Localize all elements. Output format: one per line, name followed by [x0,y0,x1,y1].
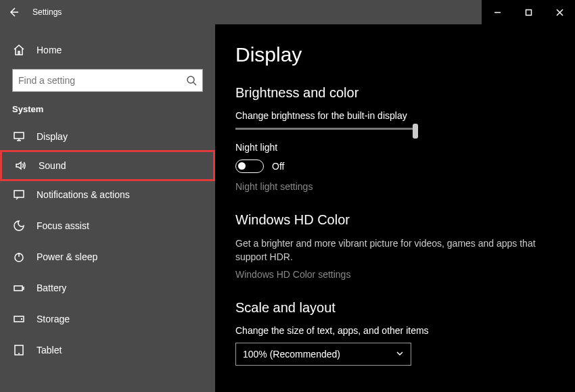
hdr-section-title: Windows HD Color [235,212,555,228]
arrow-left-icon [8,7,19,18]
content-area: Display Brightness and color Change brig… [215,24,575,392]
scale-label: Change the size of text, apps, and other… [235,325,555,336]
search-icon [186,75,197,86]
sidebar-item-battery[interactable]: Battery [0,272,215,303]
sidebar-item-label: Display [37,131,68,142]
section-header: System [0,100,215,121]
sidebar-item-focus-assist[interactable]: Focus assist [0,210,215,241]
scale-dropdown-value: 100% (Recommended) [243,349,340,360]
sound-icon [14,159,28,172]
close-button[interactable] [544,0,575,24]
svg-rect-2 [14,132,24,139]
svg-point-7 [21,318,22,320]
sidebar-item-power-sleep[interactable]: Power & sleep [0,241,215,272]
minimize-button[interactable] [482,0,513,24]
sidebar-item-display[interactable]: Display [0,121,215,152]
sidebar-item-label: Power & sleep [37,251,97,262]
tablet-icon [12,343,26,357]
search-box[interactable] [12,69,203,92]
maximize-icon [525,9,532,16]
sidebar-item-label: Battery [37,283,66,293]
sidebar-item-storage[interactable]: Storage [0,303,215,335]
hdr-description: Get a brighter and more vibrant picture … [235,237,555,264]
window-title: Settings [32,7,62,17]
slider-thumb[interactable] [413,124,418,139]
sidebar-item-label: Sound [39,160,66,171]
notif-icon [12,188,26,201]
svg-rect-0 [526,9,531,15]
sidebar-item-label: Notifications & actions [37,189,130,200]
toggle-knob [238,162,246,170]
home-icon [12,43,26,57]
home-nav[interactable]: Home [0,36,215,64]
sidebar-item-notifications-actions[interactable]: Notifications & actions [0,179,215,210]
page-title: Display [235,43,555,66]
window-controls [482,0,575,24]
sidebar: Home System DisplaySoundNotifications & … [0,24,215,392]
night-light-toggle[interactable] [235,160,264,173]
home-label: Home [37,45,62,55]
battery-icon [12,281,26,295]
maximize-button[interactable] [513,0,544,24]
night-light-state: Off [272,161,284,172]
sidebar-item-label: Storage [37,314,70,324]
display-icon [12,130,26,143]
sidebar-item-tablet[interactable]: Tablet [0,335,215,366]
hdr-settings-link[interactable]: Windows HD Color settings [235,269,555,280]
storage-icon [12,312,26,326]
sidebar-item-label: Tablet [37,345,62,356]
svg-rect-3 [14,191,24,197]
focus-icon [12,219,26,232]
scale-dropdown[interactable]: 100% (Recommended) [235,343,411,366]
power-icon [12,250,26,264]
sidebar-item-sound[interactable]: Sound [0,150,215,181]
chevron-down-icon [396,349,404,360]
search-input[interactable] [18,75,186,86]
svg-rect-5 [14,286,22,291]
minimize-icon [494,9,501,16]
close-icon [556,9,564,16]
titlebar: Settings [0,0,575,24]
night-light-settings-link[interactable]: Night light settings [235,181,555,192]
brightness-slider[interactable] [235,128,418,130]
svg-point-1 [187,76,194,83]
night-light-label: Night light [235,142,555,153]
scale-section-title: Scale and layout [235,300,555,316]
sidebar-item-label: Focus assist [37,220,89,231]
brightness-slider-label: Change brightness for the built-in displ… [235,110,555,121]
brightness-section-title: Brightness and color [235,85,555,101]
back-button[interactable] [0,0,27,24]
